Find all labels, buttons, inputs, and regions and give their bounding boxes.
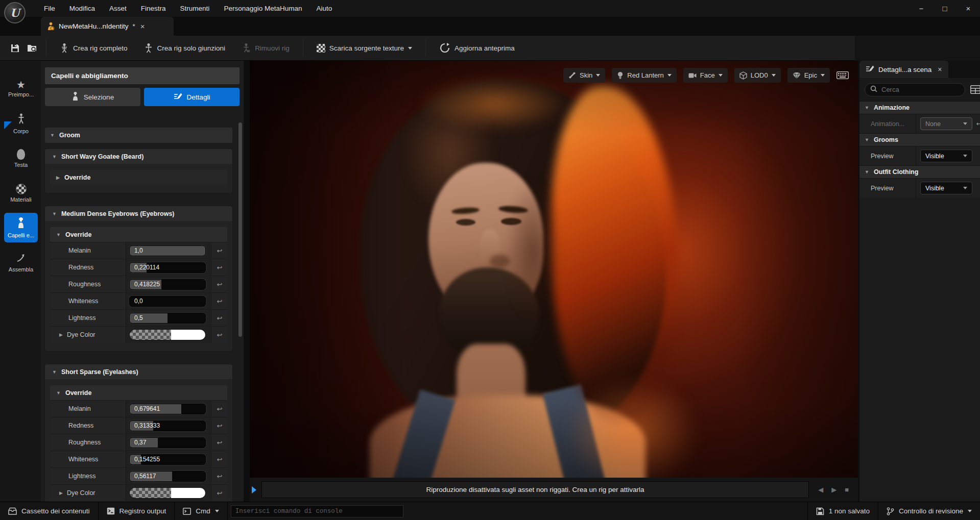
console-command-box[interactable] <box>231 505 403 517</box>
reset-icon[interactable]: ↩ <box>212 298 227 305</box>
reset-icon[interactable]: ↩ <box>212 405 227 413</box>
scrollbar[interactable] <box>238 122 242 337</box>
skin-dropdown[interactable]: Skin <box>563 68 605 83</box>
reset-icon[interactable]: ↩ <box>212 247 227 255</box>
save-button[interactable] <box>6 39 23 57</box>
panel-close-icon[interactable]: × <box>938 65 942 73</box>
unsaved-assets-button[interactable]: 1 non salvato <box>807 502 878 520</box>
material-sphere-icon <box>16 184 27 194</box>
melanin-slider[interactable]: 1,0 <box>129 245 206 256</box>
eyebrows-override-header[interactable]: ▼ Override <box>50 227 227 242</box>
remove-rig-button[interactable]: Rimuovi rig <box>233 36 298 61</box>
details-scene-tab[interactable]: Dettagli...a scena × <box>859 61 948 78</box>
grooms-visibility-dropdown[interactable]: Visible <box>920 150 972 162</box>
refresh-preview-button[interactable]: Aggiorna anteprima <box>431 36 523 61</box>
camera-dropdown[interactable]: Face <box>683 68 728 83</box>
eyebrows-header[interactable]: ▼ Medium Dense Eyebrows (Eyebrows) <box>45 206 232 221</box>
outfit-visibility-dropdown[interactable]: Visible <box>920 182 972 194</box>
lighting-dropdown[interactable]: Red Lantern <box>612 68 677 83</box>
expand-icon[interactable]: ▶ <box>59 332 63 337</box>
reset-icon[interactable]: ↩ <box>212 489 227 497</box>
reset-icon[interactable]: ↩ <box>212 331 227 339</box>
sidebar-item-assembla[interactable]: Assembla <box>4 247 38 277</box>
unreal-logo-icon[interactable]: U <box>4 2 26 23</box>
beard-header[interactable]: ▼ Short Wavy Goatee (Beard) <box>45 149 232 164</box>
menu-asset[interactable]: Asset <box>102 1 134 16</box>
reset-icon[interactable]: ↩ <box>212 439 227 447</box>
sidebar-item-preimpostazioni[interactable]: ★ Preimpo... <box>4 74 38 104</box>
lod-dropdown[interactable]: LOD0 <box>734 68 781 83</box>
close-button[interactable]: × <box>957 0 980 17</box>
collapse-icon: ▼ <box>50 133 55 138</box>
sidebar-item-testa[interactable]: Testa <box>4 143 38 173</box>
lightness-slider[interactable]: 0,5 <box>129 313 206 324</box>
remove-rig-label: Rimuovi rig <box>255 44 290 52</box>
reset-icon[interactable]: ↩ <box>212 456 227 463</box>
menu-modifica[interactable]: Modifica <box>62 1 102 16</box>
reset-icon[interactable]: ↩ <box>972 120 980 128</box>
output-log-button[interactable]: Registro output <box>99 502 175 520</box>
eyelashes-override-header[interactable]: ▼ Override <box>50 385 227 400</box>
asset-tab[interactable]: NewMetaHu...nIdentity * × <box>41 17 174 36</box>
dye-color-swatch[interactable] <box>129 329 206 340</box>
eyelashes-header[interactable]: ▼ Short Sparse (Eyelashes) <box>45 364 232 379</box>
menu-aiuto[interactable]: Aiuto <box>309 1 339 16</box>
menu-strumenti[interactable]: Strumenti <box>173 1 217 16</box>
reset-icon[interactable]: ↩ <box>212 473 227 480</box>
cmd-dropdown[interactable]: Cmd <box>175 502 228 520</box>
step-back-button[interactable]: ◀ <box>818 486 823 493</box>
eyelashes-card: ▼ Short Sparse (Eyelashes) ▼ Override Me… <box>45 364 232 502</box>
animation-row: Animation... None ↩ <box>859 114 980 133</box>
display-options-icon[interactable] <box>970 85 980 94</box>
beard-override-header[interactable]: ▶ Override <box>50 170 227 185</box>
search-box[interactable] <box>865 83 965 96</box>
section-animazione[interactable]: ▼ Animazione <box>859 101 980 114</box>
panel-splitter[interactable] <box>244 61 250 502</box>
play-forward-button[interactable]: ▶ <box>831 486 836 493</box>
tab-close-icon[interactable]: × <box>140 22 145 31</box>
whiteness-slider[interactable]: 0,154255 <box>129 454 206 465</box>
lightness-slider[interactable]: 0,56117 <box>129 471 206 482</box>
stop-button[interactable]: ■ <box>845 486 849 493</box>
keyboard-shortcuts-icon[interactable] <box>836 71 849 79</box>
console-input[interactable] <box>235 508 399 515</box>
section-grooms[interactable]: ▼ Grooms <box>859 133 980 146</box>
sidebar-item-materiali[interactable]: Materiali <box>4 178 38 208</box>
animation-dropdown[interactable]: None <box>920 117 972 130</box>
groom-section-header[interactable]: ▼ Groom <box>45 128 232 143</box>
tab-selezione[interactable]: Selezione <box>45 88 140 106</box>
revision-control-button[interactable]: Controllo di revisione <box>878 502 980 520</box>
tab-dettagli[interactable]: Dettagli <box>144 88 240 106</box>
viewport-render[interactable] <box>250 61 858 478</box>
color-white <box>171 488 205 498</box>
content-drawer-button[interactable]: Cassetto dei contenuti <box>0 502 99 520</box>
menu-finestra[interactable]: Finestra <box>134 1 173 16</box>
minimize-button[interactable]: − <box>910 0 933 17</box>
timeline-playhead[interactable] <box>252 486 256 493</box>
maximize-button[interactable]: □ <box>933 0 957 17</box>
menu-personaggio-metahuman[interactable]: Personaggio MetaHuman <box>217 1 309 16</box>
browse-to-asset-button[interactable] <box>23 39 41 57</box>
create-full-rig-button[interactable]: Crea rig completo <box>52 36 136 61</box>
dye-color-swatch[interactable] <box>129 487 206 499</box>
create-joints-rig-button[interactable]: Crea rig solo giunzioni <box>136 36 234 61</box>
whiteness-slider[interactable]: 0,0 <box>129 296 206 307</box>
roughness-slider[interactable]: 0,37 <box>129 437 206 448</box>
download-texture-button[interactable]: Scarica sorgente texture <box>308 36 420 61</box>
reset-icon[interactable]: ↩ <box>212 422 227 430</box>
expand-icon[interactable]: ▶ <box>59 490 63 496</box>
redness-slider[interactable]: 0,313333 <box>129 420 206 431</box>
reset-icon[interactable]: ↩ <box>212 264 227 271</box>
menu-file[interactable]: File <box>37 1 62 16</box>
reset-icon[interactable]: ↩ <box>212 281 227 288</box>
redness-slider[interactable]: 0,220114 <box>129 262 206 273</box>
quality-dropdown[interactable]: Epic <box>787 68 830 83</box>
roughness-slider[interactable]: 0,418225 <box>129 279 206 290</box>
eyebrows-card: ▼ Medium Dense Eyebrows (Eyebrows) ▼ Ove… <box>45 206 232 351</box>
sidebar-item-capelli[interactable]: Capelli e... <box>4 213 38 242</box>
reset-icon[interactable]: ↩ <box>212 314 227 322</box>
viewport[interactable]: Skin Red Lantern Face <box>250 61 858 502</box>
section-outfit-clothing[interactable]: ▼ Outfit Clothing <box>859 165 980 178</box>
melanin-slider[interactable]: 0,679641 <box>129 404 206 414</box>
search-input[interactable] <box>881 86 960 93</box>
